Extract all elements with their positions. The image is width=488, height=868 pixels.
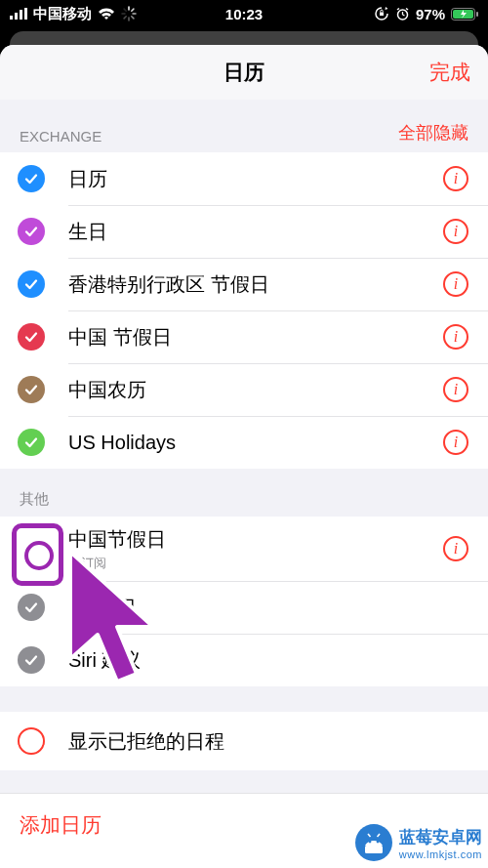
- checkmark-icon[interactable]: [18, 376, 45, 403]
- info-icon[interactable]: i: [443, 536, 468, 561]
- calendar-label: 中国节假日: [68, 526, 443, 553]
- section-header-other: 其他: [0, 469, 488, 517]
- calendar-label: Siri 建议: [68, 647, 488, 674]
- svg-point-26: [368, 841, 371, 844]
- checkmark-icon[interactable]: [18, 165, 45, 192]
- calendar-label: 中国 节假日: [68, 324, 443, 351]
- checkmark-icon[interactable]: [18, 646, 45, 674]
- svg-rect-2: [20, 10, 22, 20]
- screen: 中国移动 10:23: [0, 0, 488, 868]
- sheet-content: EXCHANGE 全部隐藏 日历 i 生日 i 香港特别行政区 节假日 i: [0, 100, 488, 793]
- calendar-row[interactable]: 中国节假日 已订阅 i: [0, 517, 488, 581]
- watermark: 蓝莓安卓网 www.lmkjst.com: [354, 823, 482, 862]
- calendar-row[interactable]: 中国 节假日 i: [0, 310, 488, 363]
- calendar-row[interactable]: US Holidays i: [0, 416, 488, 469]
- calendar-label: 生日: [98, 595, 488, 621]
- watermark-title: 蓝莓安卓网: [399, 826, 482, 848]
- hide-all-button[interactable]: 全部隐藏: [398, 121, 468, 145]
- section-header-exchange: EXCHANGE 全部隐藏: [0, 100, 488, 152]
- info-icon[interactable]: i: [443, 166, 468, 191]
- calendar-row[interactable]: 生日: [0, 581, 488, 634]
- sheet-header: 日历 完成: [0, 45, 488, 100]
- calendar-label: 生日: [68, 219, 443, 245]
- show-declined-row[interactable]: 显示已拒绝的日程: [0, 712, 488, 770]
- watermark-url: www.lmkjst.com: [399, 848, 482, 860]
- section-title: EXCHANGE: [20, 128, 102, 145]
- section-title: 其他: [20, 490, 49, 509]
- calendar-sublabel: 已订阅: [68, 555, 443, 572]
- done-button[interactable]: 完成: [429, 59, 470, 86]
- other-list: 中国节假日 已订阅 i 生日 Siri 建议: [0, 517, 488, 686]
- calendar-label: 香港特别行政区 节假日: [68, 271, 443, 298]
- svg-line-7: [132, 17, 134, 19]
- info-icon[interactable]: i: [443, 377, 468, 402]
- status-bar: 中国移动 10:23: [0, 0, 488, 27]
- battery-icon: [451, 8, 478, 21]
- sheet-title: 日历: [224, 59, 264, 86]
- wifi-icon: [98, 8, 115, 21]
- svg-line-5: [132, 9, 134, 11]
- calendar-row[interactable]: 生日 i: [0, 205, 488, 258]
- svg-line-9: [124, 17, 126, 19]
- loading-spinner-icon: [121, 6, 137, 21]
- calendar-row[interactable]: 日历 i: [0, 152, 488, 205]
- calendar-row[interactable]: Siri 建议: [0, 634, 488, 686]
- info-icon[interactable]: i: [443, 219, 468, 244]
- checkmark-icon[interactable]: [18, 323, 45, 351]
- svg-rect-1: [15, 13, 18, 20]
- watermark-logo-icon: [354, 823, 393, 862]
- alarm-icon: [395, 7, 410, 21]
- calendar-label: US Holidays: [68, 432, 443, 454]
- info-icon[interactable]: i: [443, 271, 468, 297]
- info-icon[interactable]: i: [443, 324, 468, 350]
- show-declined-label: 显示已拒绝的日程: [68, 728, 488, 755]
- svg-point-27: [376, 841, 379, 844]
- calendar-label: 日历: [68, 166, 443, 192]
- checkbox-unchecked[interactable]: [18, 535, 45, 562]
- calendar-row[interactable]: 香港特别行政区 节假日 i: [0, 258, 488, 310]
- add-calendar-button[interactable]: 添加日历: [20, 813, 102, 836]
- checkbox-unchecked[interactable]: [18, 727, 45, 755]
- svg-line-17: [406, 8, 408, 10]
- svg-rect-0: [10, 16, 13, 20]
- checkmark-icon[interactable]: [18, 218, 45, 245]
- svg-line-15: [402, 15, 404, 16]
- svg-line-16: [397, 8, 399, 10]
- status-time: 10:23: [225, 6, 263, 22]
- svg-rect-12: [380, 13, 384, 17]
- checkmark-icon[interactable]: [18, 270, 45, 298]
- calendar-row[interactable]: 中国农历 i: [0, 363, 488, 416]
- calendar-label: 中国农历: [68, 377, 443, 403]
- carrier-label: 中国移动: [33, 5, 92, 23]
- svg-rect-20: [476, 12, 478, 17]
- declined-list: 显示已拒绝的日程: [0, 712, 488, 770]
- gift-icon: [68, 598, 88, 617]
- checkmark-icon[interactable]: [18, 594, 45, 621]
- svg-rect-25: [365, 846, 383, 853]
- svg-line-11: [124, 9, 126, 11]
- calendars-sheet: 日历 完成 EXCHANGE 全部隐藏 日历 i 生日 i: [0, 45, 488, 868]
- exchange-list: 日历 i 生日 i 香港特别行政区 节假日 i 中国 节假日 i: [0, 152, 488, 469]
- info-icon[interactable]: i: [443, 430, 468, 455]
- signal-icon: [10, 8, 27, 20]
- rotation-lock-icon: [374, 6, 389, 21]
- checkmark-icon[interactable]: [18, 429, 45, 456]
- battery-percent: 97%: [416, 6, 445, 22]
- svg-rect-3: [24, 8, 27, 20]
